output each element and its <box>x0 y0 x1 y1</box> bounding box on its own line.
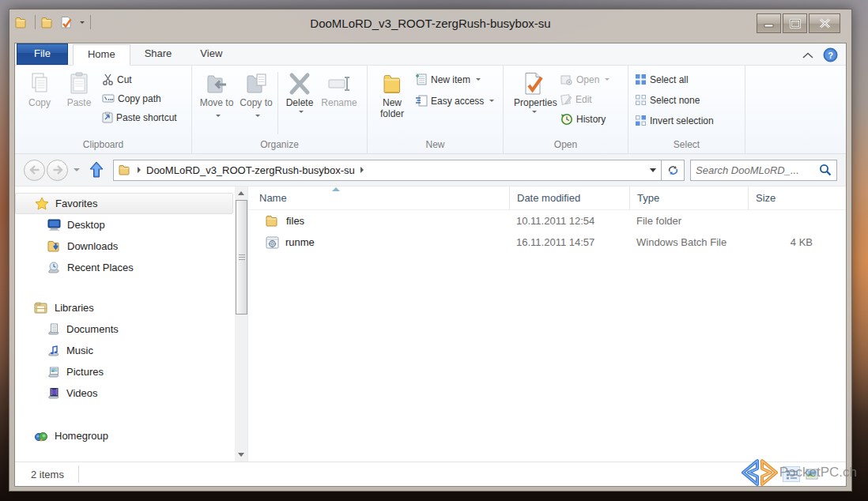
sidebar-item-downloads[interactable]: Downloads <box>15 235 235 257</box>
scrollbar-thumb[interactable] <box>236 200 247 315</box>
invert-selection-icon <box>635 115 647 126</box>
large-icons-view-button[interactable] <box>803 466 821 482</box>
breadcrumb-chevron-icon[interactable] <box>138 167 141 173</box>
svg-text:?: ? <box>828 51 833 60</box>
breadcrumb-chevron-icon-2[interactable] <box>360 167 364 173</box>
easy-access-button[interactable]: Easy access <box>415 93 494 108</box>
pictures-icon <box>47 366 60 378</box>
delete-icon <box>287 71 312 96</box>
status-separator <box>78 465 79 483</box>
file-list: Name Date modified Type Size files 10.11… <box>248 186 846 461</box>
sidebar-item-desktop[interactable]: Desktop <box>15 214 235 235</box>
sidebar-item-libraries[interactable]: Libraries <box>15 297 235 318</box>
search-box[interactable] <box>690 160 837 181</box>
open-icon <box>560 74 573 85</box>
explorer-window: DooMLoRD_v3_ROOT-zergRush-busybox-su Fil… <box>9 9 852 492</box>
sidebar-item-pictures[interactable]: Pictures <box>15 361 235 382</box>
edit-button[interactable]: Edit <box>560 92 609 107</box>
file-row-runme[interactable]: runme 16.11.2011 14:57 Windows Batch Fil… <box>248 232 846 253</box>
recent-places-icon <box>47 262 61 273</box>
minimize-button[interactable] <box>757 13 781 33</box>
cut-button[interactable]: Cut <box>102 72 177 87</box>
refresh-button[interactable] <box>662 160 685 181</box>
tab-file[interactable]: File <box>17 43 68 65</box>
new-folder-icon <box>379 71 405 96</box>
search-icon[interactable] <box>819 164 832 176</box>
sidebar-item-recent-places[interactable]: Recent Places <box>15 257 235 278</box>
paste-button[interactable]: Paste <box>59 69 99 137</box>
up-button[interactable] <box>85 160 108 180</box>
scroll-down-icon[interactable] <box>235 448 248 461</box>
copy-icon <box>27 71 52 96</box>
open-button[interactable]: Open <box>560 72 609 87</box>
scrollbar-track[interactable] <box>235 200 247 448</box>
paste-shortcut-button[interactable]: Paste shortcut <box>102 110 177 125</box>
sidebar-item-favorites[interactable]: Favorites <box>15 193 233 214</box>
select-all-button[interactable]: Select all <box>635 72 714 87</box>
ribbon-group-clipboard: Copy Paste Cut Copy path <box>15 66 192 153</box>
tab-view[interactable]: View <box>186 44 236 65</box>
sidebar-item-music[interactable]: Music <box>15 340 235 361</box>
scroll-up-icon[interactable] <box>235 186 248 200</box>
tab-share[interactable]: Share <box>130 44 187 65</box>
navigation-pane: Favorites Desktop Downloads Recent Place… <box>15 186 235 461</box>
client-area: File Home Share View ? Copy <box>14 43 847 487</box>
new-folder-button[interactable]: New folder <box>372 69 412 137</box>
copy-path-button[interactable]: Copy path <box>102 91 177 106</box>
close-button[interactable] <box>809 13 840 33</box>
item-count: 2 items <box>31 469 64 480</box>
star-icon <box>35 197 49 210</box>
delete-button[interactable]: Delete <box>280 69 319 137</box>
homegroup-icon <box>34 430 48 443</box>
copy-button[interactable]: Copy <box>20 69 59 137</box>
minimize-ribbon-icon[interactable] <box>802 52 813 58</box>
pocketpc-logo-icon <box>742 458 778 488</box>
address-bar[interactable]: DooMLoRD_v3_ROOT-zergRush-busybox-su <box>113 160 662 181</box>
column-header-name[interactable]: Name <box>248 186 509 209</box>
history-button[interactable]: History <box>560 111 609 126</box>
recent-locations-icon[interactable] <box>74 168 80 171</box>
ribbon-group-organize: Move to Copy to Delete Rename <box>192 66 368 153</box>
forward-button[interactable] <box>47 160 68 181</box>
address-folder-icon <box>119 164 132 175</box>
sidebar-scrollbar[interactable] <box>235 186 248 461</box>
details-view-button[interactable] <box>783 466 800 482</box>
properties-button[interactable]: Properties <box>508 69 557 137</box>
column-header-type[interactable]: Type <box>629 186 748 209</box>
sidebar-item-documents[interactable]: Documents <box>15 318 235 340</box>
address-dropdown-icon[interactable] <box>650 168 656 172</box>
history-icon <box>560 113 573 126</box>
sidebar-item-homegroup[interactable]: Homegroup <box>15 425 235 446</box>
rename-button[interactable]: Rename <box>319 69 359 137</box>
group-label-new: New <box>368 137 503 153</box>
ribbon: Copy Paste Cut Copy path <box>15 66 846 154</box>
column-header-size[interactable]: Size <box>748 186 821 209</box>
group-label-clipboard: Clipboard <box>15 137 191 153</box>
videos-icon <box>47 387 60 399</box>
cut-icon <box>102 73 114 85</box>
move-to-button[interactable]: Move to <box>197 69 236 137</box>
search-input[interactable] <box>696 164 819 176</box>
rename-icon <box>326 71 352 96</box>
back-button[interactable] <box>24 160 45 181</box>
new-item-button[interactable]: New item <box>415 72 494 87</box>
help-icon[interactable]: ? <box>823 47 838 62</box>
address-toolbar: DooMLoRD_v3_ROOT-zergRush-busybox-su <box>15 154 846 186</box>
ribbon-tab-row: File Home Share View ? <box>15 43 846 66</box>
breadcrumb-segment[interactable]: DooMLoRD_v3_ROOT-zergRush-busybox-su <box>146 164 355 176</box>
select-none-icon <box>635 94 647 106</box>
invert-selection-button[interactable]: Invert selection <box>635 113 714 128</box>
libraries-icon <box>34 302 48 314</box>
select-none-button[interactable]: Select none <box>635 92 714 107</box>
tab-home[interactable]: Home <box>73 44 130 66</box>
copy-to-button[interactable]: Copy to <box>236 69 276 137</box>
desktop-icon <box>47 219 61 231</box>
group-label-organize: Organize <box>192 137 367 153</box>
column-header-date-modified[interactable]: Date modified <box>509 186 629 209</box>
file-row-files[interactable]: files 10.11.2011 12:54 File folder <box>248 210 846 232</box>
group-label-select: Select <box>628 137 745 153</box>
title-bar: DooMLoRD_v3_ROOT-zergRush-busybox-su <box>9 9 851 43</box>
sidebar-item-videos[interactable]: Videos <box>15 382 235 404</box>
maximize-button[interactable] <box>783 13 807 33</box>
folder-icon <box>266 215 280 227</box>
